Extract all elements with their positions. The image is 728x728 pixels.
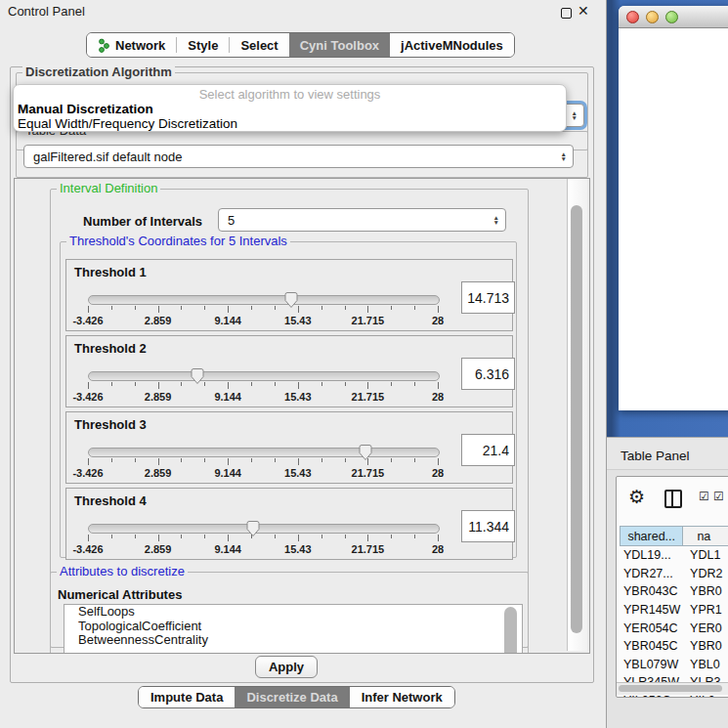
checkbox-icon[interactable]: ☑: [699, 490, 709, 503]
attribute-list-item[interactable]: TopologicalCoefficient: [64, 620, 522, 634]
minimize-window-icon[interactable]: [646, 11, 659, 23]
gear-icon[interactable]: ⚙: [628, 486, 645, 508]
control-panel-title: Control Panel: [8, 4, 85, 19]
cell-name[interactable]: YPR1: [684, 603, 728, 617]
settings-vertical-scrollbar[interactable]: [567, 179, 587, 651]
threshold-value-field[interactable]: [461, 434, 515, 466]
tick-mark: [88, 382, 89, 389]
float-panel-icon[interactable]: [561, 8, 572, 19]
tick-mark: [135, 535, 136, 538]
network-canvas[interactable]: [619, 28, 728, 410]
table-row[interactable]: YDR27...YDR2: [620, 565, 728, 583]
cell-name[interactable]: YBL0: [684, 658, 728, 671]
checkbox-icon[interactable]: ☑: [713, 490, 724, 503]
tab-jactivemnodules[interactable]: jActiveMNodules: [390, 33, 514, 57]
tick-label: 2.859: [145, 315, 172, 326]
attribute-list-item[interactable]: SelfLoops: [64, 605, 522, 620]
threshold-slider[interactable]: [88, 371, 440, 381]
tick-label: 9.144: [214, 543, 241, 555]
numerical-attributes-list[interactable]: SelfLoopsTopologicalCoefficientBetweenne…: [64, 604, 523, 654]
split-column-icon[interactable]: [664, 490, 682, 508]
scrollbar-thumb[interactable]: [619, 685, 722, 692]
control-panel: Control Panel ✕ NetworkStyleSelectCyni T…: [0, 0, 606, 728]
threshold-label: Threshold 1: [74, 265, 147, 279]
num-intervals-spinner[interactable]: 5 ▲▼: [218, 208, 506, 232]
tick-label: -3.426: [72, 391, 103, 403]
tick-mark: [345, 458, 346, 462]
tab-discretize-data[interactable]: Discretize Data: [235, 687, 349, 707]
table-row[interactable]: YBR043CYBR0: [620, 582, 728, 601]
zoom-window-icon[interactable]: [665, 11, 678, 23]
slider-ticks: [88, 382, 438, 390]
tick-mark: [204, 535, 205, 538]
tick-label: 15.43: [284, 543, 312, 555]
bottom-tab-bar: Impute DataDiscretize DataInfer Network: [138, 686, 455, 708]
tab-label: Style: [188, 38, 218, 53]
close-panel-icon[interactable]: ✕: [578, 3, 589, 19]
tab-cyni-toolbox[interactable]: Cyni Toolbox: [289, 33, 390, 57]
tab-infer-network[interactable]: Infer Network: [350, 687, 454, 707]
tick-mark: [345, 382, 346, 386]
attributes-group-title: Attributes to discretize: [57, 565, 188, 578]
tick-label: 28: [432, 391, 444, 403]
table-row[interactable]: YBL079WYBL0: [620, 656, 728, 674]
tab-impute-data[interactable]: Impute Data: [139, 687, 235, 707]
algorithm-option-manual[interactable]: Manual Discretization: [14, 102, 566, 116]
apply-button[interactable]: Apply: [255, 656, 318, 678]
numerical-attributes-label: Numerical Attributes: [58, 587, 182, 602]
tick-mark: [345, 306, 346, 310]
slider-ticks: [88, 458, 438, 466]
cell-name[interactable]: YDL1: [684, 548, 728, 562]
tick-mark: [88, 535, 89, 541]
table-row[interactable]: YDL19...YDL1: [620, 546, 728, 565]
table-row[interactable]: YPR145WYPR1: [620, 601, 728, 620]
threshold-slider[interactable]: [88, 295, 440, 305]
threshold-value-field[interactable]: [461, 358, 515, 390]
tab-network[interactable]: Network: [87, 33, 176, 57]
scrollbar-thumb[interactable]: [571, 205, 582, 633]
cell-name[interactable]: YBR0: [684, 639, 728, 653]
tick-mark: [414, 382, 415, 386]
tick-mark: [88, 306, 89, 313]
cell-shared-name[interactable]: YBL079W: [620, 658, 684, 671]
cell-shared-name[interactable]: YDL19...: [620, 548, 684, 562]
cell-shared-name[interactable]: YPR145W: [620, 603, 684, 617]
network-window-titlebar[interactable]: [619, 6, 728, 28]
table-horizontal-scrollbar[interactable]: [617, 682, 728, 695]
cell-name[interactable]: YDR2: [684, 567, 728, 580]
cell-shared-name[interactable]: YDR27...: [620, 567, 684, 580]
close-window-icon[interactable]: [626, 11, 639, 23]
table-data-combobox[interactable]: galFiltered.sif default node ▲▼: [23, 145, 574, 168]
threshold-label: Threshold 2: [74, 341, 147, 356]
threshold-value-field[interactable]: [461, 510, 515, 542]
cell-shared-name[interactable]: YBR045C: [620, 639, 684, 653]
tick-mark: [228, 306, 229, 313]
column-header-name[interactable]: na: [683, 526, 728, 546]
cell-name[interactable]: YBR0: [684, 584, 728, 598]
thresholds-group-title: Threshold's Coordinates for 5 Intervals: [66, 235, 290, 248]
attribute-list-item[interactable]: BetweennessCentrality: [64, 633, 522, 648]
threshold-slider[interactable]: [88, 524, 440, 534]
attributes-list-scrollbar[interactable]: [504, 607, 517, 654]
tab-select[interactable]: Select: [230, 33, 288, 57]
network-window[interactable]: [619, 6, 728, 410]
tick-mark: [251, 382, 252, 386]
table-data-selected-value: galFiltered.sif default node: [33, 150, 182, 164]
tab-style[interactable]: Style: [177, 33, 229, 57]
slider-ticks: [88, 306, 438, 314]
tick-mark: [135, 306, 136, 310]
algorithm-option-equal-width[interactable]: Equal Width/Frequency Discretization: [14, 116, 566, 131]
cell-shared-name[interactable]: YER054C: [620, 621, 684, 635]
tab-label: Cyni Toolbox: [300, 38, 379, 53]
table-row[interactable]: YBR045CYBR0: [620, 637, 728, 656]
spinner-arrows-icon: ▲▼: [493, 209, 499, 231]
tick-mark: [367, 306, 368, 313]
table-row[interactable]: YER054CYER0: [620, 619, 728, 637]
cell-shared-name[interactable]: YBR043C: [620, 584, 684, 598]
column-header-shared-name[interactable]: shared...: [620, 526, 683, 546]
cell-name[interactable]: YER0: [684, 621, 728, 635]
interval-definition-title: Interval Definition: [57, 182, 160, 195]
tick-label: 28: [432, 315, 444, 326]
threshold-slider[interactable]: [88, 448, 440, 457]
threshold-value-field[interactable]: [461, 281, 515, 314]
